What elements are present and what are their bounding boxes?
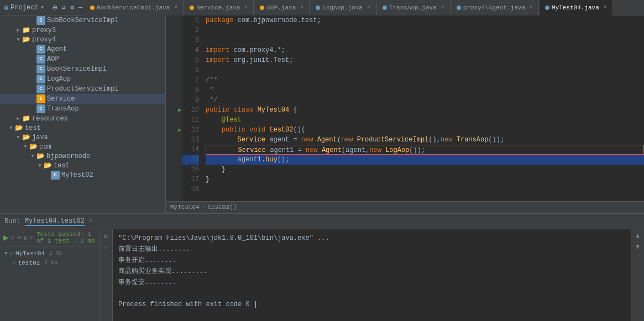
tree-item-test2[interactable]: ▼ 📂 test [0, 161, 165, 170]
rerun-button[interactable]: ⇅ [23, 234, 27, 242]
console-line-3: 事务开启........ [118, 255, 625, 266]
code-line-17: } [206, 175, 644, 185]
globe-icon[interactable]: ⊕ [53, 3, 57, 12]
run-tab-mytest04[interactable]: MyTest04.test02 [25, 217, 85, 226]
folder-open-icon: 📂 [44, 161, 52, 170]
close-icon[interactable]: × [604, 4, 607, 10]
run-marker-icon[interactable]: ▶ [179, 127, 181, 133]
expand-arrow[interactable]: ▼ [4, 251, 7, 256]
breadcrumb-class[interactable]: MyTest04 [170, 204, 200, 211]
class-icon: C [51, 171, 60, 180]
tree-item-proxy3[interactable]: ▶ 📁 proxy3 [0, 25, 165, 35]
tree-item-agent[interactable]: C Agent [0, 44, 165, 54]
ln-3: 3 [182, 35, 199, 45]
ln-18: 18 [182, 185, 199, 194]
code-line-4: import com.proxy4.*; [206, 45, 644, 55]
run-tab-close[interactable]: × [89, 218, 92, 224]
tree-item-subbookserviceimpl[interactable]: C SubBookServiceImpl [0, 15, 165, 25]
check-icon: ✓ [12, 259, 16, 266]
minus-icon[interactable]: — [78, 4, 82, 12]
breadcrumb: MyTest04 › test02() [166, 201, 644, 213]
ln-11: 11 [182, 115, 199, 125]
dropdown-arrow[interactable]: ▼ [41, 5, 44, 10]
console-line-5: 事务提交........ [118, 277, 625, 288]
close-icon[interactable]: × [244, 4, 248, 10]
gutter-cell-10[interactable]: ▶ [166, 105, 182, 115]
console-output[interactable]: "C:\Program Files\Java\jdk1.8.0_101\bin\… [113, 229, 631, 321]
code-editor[interactable]: ▶ ▶ 1 2 3 4 5 6 7 [166, 15, 644, 213]
folder-open-icon: 📂 [29, 143, 38, 151]
gutter-cell-18 [166, 185, 182, 194]
code-line-11: @Test [206, 115, 644, 125]
tab-logaop[interactable]: LogAop.java × [310, 0, 376, 15]
main-area: C SubBookServiceImpl ▶ 📁 proxy3 ▼ 📂 prox… [0, 15, 644, 213]
code-line-18 [206, 185, 644, 194]
run-marker-icon[interactable]: ▶ [178, 107, 181, 113]
tree-item-productserviceimpl[interactable]: C ProductServiceImpl [0, 84, 165, 94]
far-right-gutter: ▲ ▼ [631, 229, 644, 321]
stop-button[interactable]: ⊘ [17, 234, 21, 242]
close-icon[interactable]: × [441, 4, 444, 10]
line-numbers: 1 2 3 4 5 6 7 8 9 10 11 12 13 14 15 16 1… [182, 15, 202, 201]
gutter-cell-17 [166, 175, 182, 185]
code-line-2 [206, 25, 644, 35]
class-icon: C [36, 85, 45, 93]
file-dot [260, 6, 264, 10]
tree-item-bookserviceimpl[interactable]: C BookServiceImpl [0, 64, 165, 74]
code-content[interactable]: package com.bjpowernode.test; import com… [202, 15, 644, 201]
gutter-cell-14 [166, 145, 182, 155]
tree-item-bjpowernode[interactable]: ▼ 📂 bjpowernode [0, 151, 165, 161]
breadcrumb-method[interactable]: test02() [207, 204, 237, 211]
close-icon[interactable]: × [300, 4, 303, 10]
tree-item-transaop[interactable]: C TransAop [0, 104, 165, 114]
run-tree-test02[interactable]: ✓ test02 2 ms [0, 258, 99, 267]
right-gutter-panel: ⊞ ↕ [100, 229, 113, 321]
ln-5: 5 [182, 55, 199, 65]
gutter-cell-7 [166, 75, 182, 85]
gutter-cell-8 [166, 85, 182, 95]
tab-aop[interactable]: AOP.java × [254, 0, 310, 15]
tab-agent[interactable]: proxy4\Agent.java × [451, 0, 539, 15]
collapsed-arrow: ▶ [14, 115, 22, 122]
arrows-icon[interactable]: ⇄ [62, 3, 66, 12]
close-icon[interactable]: × [367, 4, 370, 10]
gutter-cell-12[interactable]: ▶ [166, 125, 182, 135]
tree-time: 2 ms [49, 250, 62, 256]
run-status-text: Tests passed: 1 of 1 test – 2 ms [36, 231, 96, 244]
tree-item-aop[interactable]: C AOP [0, 54, 165, 64]
tree-item-service[interactable]: I Service [0, 94, 165, 104]
tab-label: LogAop.java [322, 4, 363, 11]
code-line-5: import org.junit.Test; [206, 55, 644, 65]
play-button[interactable]: ▶ [3, 232, 9, 243]
ln-9: 9 [182, 95, 199, 105]
tree-item-resources[interactable]: ▶ 📁 resources [0, 114, 165, 123]
gear-icon[interactable]: ⚙ [70, 3, 74, 12]
close-icon[interactable]: × [530, 4, 533, 10]
tab-label: Service.java [196, 4, 240, 11]
tree-item-java[interactable]: ▼ 📂 java [0, 133, 165, 142]
tab-transaop[interactable]: TransAop.java × [377, 0, 451, 15]
tab-bookserviceimpl[interactable]: BookServiceImpl.java × [85, 0, 184, 15]
folder-open-icon: 📂 [15, 124, 23, 132]
ln-13: 13 [182, 135, 199, 145]
tree-item-mytest02[interactable]: C MyTest02 [0, 170, 165, 180]
code-line-15: agent1.buy(); [206, 155, 644, 165]
gutter-cell-15 [166, 155, 182, 165]
down-icon[interactable]: ▼ [636, 244, 640, 250]
tree-item-com[interactable]: ▼ 📂 com [0, 142, 165, 151]
tree-item-test[interactable]: ▼ 📂 test [0, 123, 165, 133]
run-tree-mytest04[interactable]: ▼ ✓ MyTest04 2 ms [0, 249, 99, 258]
up-icon[interactable]: ▲ [636, 233, 640, 239]
class-icon: C [36, 104, 45, 113]
tree-item-proxy4[interactable]: ▼ 📂 proxy4 [0, 35, 165, 44]
class-icon: C [36, 75, 45, 83]
tab-mytest04[interactable]: MyTest04.java × [540, 0, 613, 15]
sort-icon[interactable]: ↕ [104, 244, 108, 251]
code-line-3 [206, 35, 644, 45]
project-sidebar: C SubBookServiceImpl ▶ 📁 proxy3 ▼ 📂 prox… [0, 15, 166, 213]
ln-14: 14 [182, 145, 199, 155]
filter-icon[interactable]: ⊞ [104, 233, 108, 240]
close-icon[interactable]: × [174, 4, 177, 10]
tree-item-logaop[interactable]: C LogAop [0, 74, 165, 84]
tab-service[interactable]: Service.java × [184, 0, 254, 15]
